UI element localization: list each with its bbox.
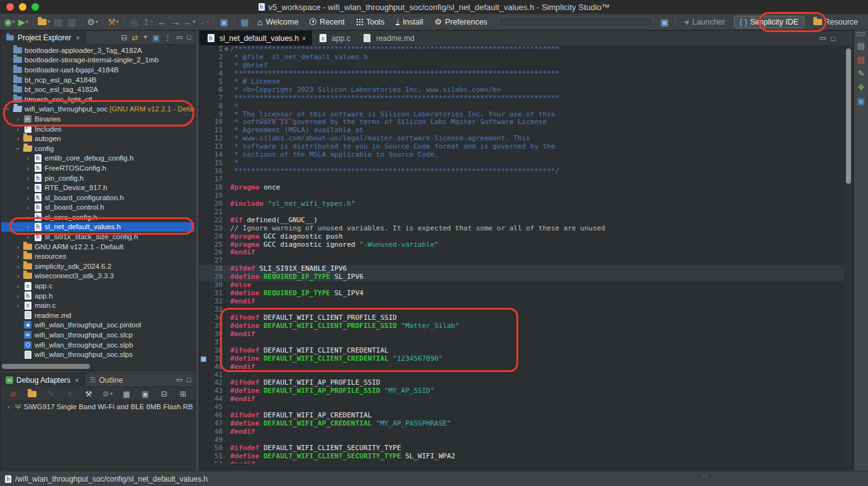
chevron-right-icon[interactable]: › bbox=[14, 243, 22, 251]
chevron-right-icon[interactable]: › bbox=[14, 302, 22, 309]
install-button[interactable]: ↓Install bbox=[390, 14, 429, 30]
tree-item-wifi-wlan-throughput-soc-slpb[interactable]: wifi_wlan_throughput_soc.slpb bbox=[1, 340, 194, 350]
vertical-scrollbar[interactable] bbox=[845, 46, 852, 463]
device-icon[interactable]: ▦ bbox=[238, 15, 251, 29]
table-view-icon[interactable]: ▦ bbox=[120, 387, 133, 401]
welcome-button[interactable]: ⌂Welcome bbox=[252, 14, 304, 30]
maximize-panel-icon[interactable]: □ bbox=[187, 34, 191, 41]
chevron-right-icon[interactable]: › bbox=[14, 252, 22, 260]
tree-item-gnu-arm-v12-2-1-default[interactable]: ›GNU ARM v12.2.1 - Default bbox=[1, 242, 194, 252]
console-icon[interactable]: ▣ bbox=[857, 97, 865, 105]
horizontal-scrollbar-thumb[interactable] bbox=[2, 364, 90, 369]
chevron-right-icon[interactable]: › bbox=[4, 403, 13, 410]
tree-item-sl-net-default-values-h[interactable]: ›hsl_net_default_values.h bbox=[1, 222, 194, 232]
chevron-right-icon[interactable]: › bbox=[14, 272, 22, 280]
chevron-right-icon[interactable]: › bbox=[14, 125, 22, 133]
tree-item-simplicity-sdk-2024-6-2[interactable]: ›simplicity_sdk_2024.6.2 bbox=[1, 261, 194, 271]
perspective-resource[interactable]: Resource bbox=[808, 16, 864, 28]
open-folder-icon[interactable] bbox=[26, 387, 38, 401]
maximize-panel-icon[interactable]: □ bbox=[187, 376, 191, 383]
chevron-right-icon[interactable]: › bbox=[14, 135, 22, 142]
perspective-launcher[interactable]: ➤Launcher bbox=[679, 16, 730, 28]
tree-item-sl-si91x-stack-size-config-h[interactable]: ›hsl_si91x_stack_size_config.h bbox=[1, 232, 194, 242]
minimize-editor-icon[interactable]: ▭ bbox=[820, 34, 826, 42]
chevron-right-icon[interactable]: › bbox=[14, 263, 22, 270]
tree-item-bt-ncp-esl-ap-4184b[interactable]: bt_ncp_esl_ap_4184B bbox=[1, 75, 194, 85]
close-tab-icon[interactable]: × bbox=[302, 35, 306, 42]
chevron-right-icon[interactable]: › bbox=[24, 213, 32, 221]
view-menu-icon[interactable]: ⋮ bbox=[164, 34, 172, 42]
run-icon[interactable]: ▶▾ bbox=[17, 15, 30, 29]
editor-tab-app-c[interactable]: capp.c bbox=[312, 31, 356, 45]
build-config-icon[interactable]: ⚙▾ bbox=[86, 15, 99, 29]
link-with-editor-icon[interactable]: ⇄ bbox=[132, 34, 138, 42]
network-analyzer-icon[interactable]: ❖ bbox=[857, 83, 865, 91]
code-area[interactable]: 1⊖/*************************************… bbox=[199, 45, 844, 463]
chevron-right-icon[interactable]: › bbox=[24, 154, 32, 162]
tree-item-bootloader-storage-internal-single-2-1mb[interactable]: bootloader-storage-internal-single_2_1mb bbox=[1, 55, 194, 65]
expand-icon[interactable]: ⊞ bbox=[177, 387, 189, 401]
vertical-scrollbar-thumb[interactable] bbox=[846, 48, 851, 184]
tab-debug-adapters[interactable]: Debug Adapters × bbox=[1, 373, 85, 387]
tree-item-bt-soc-esl-tag-4182a[interactable]: bt_soc_esl_tag_4182A bbox=[1, 84, 194, 94]
chevron-right-icon[interactable]: › bbox=[24, 194, 32, 201]
tree-item-btmesh-soc-light-ctl[interactable]: btmesh_soc_light_ctl bbox=[1, 94, 194, 105]
copy-view-icon[interactable]: ▣ bbox=[139, 387, 152, 401]
tree-item-main-c[interactable]: ›cmain.c bbox=[1, 300, 194, 310]
tab-outline[interactable]: ☰ Outline bbox=[85, 373, 128, 387]
tree-item-freertosconfig-h[interactable]: ›hFreeRTOSConfig.h bbox=[1, 163, 194, 173]
forward-history-icon[interactable]: → bbox=[169, 15, 182, 29]
last-edit-icon[interactable]: ←▾ bbox=[183, 15, 196, 29]
minimize-panel-icon[interactable]: ▭ bbox=[176, 34, 182, 41]
tree-item-autogen[interactable]: ›autogen bbox=[1, 133, 194, 144]
tree-item-emlib-core-debug-config-h[interactable]: ›hemlib_core_debug_config.h bbox=[1, 154, 194, 164]
si-view-icon[interactable]: ▣ bbox=[153, 34, 160, 42]
tree-item-resources[interactable]: ›resources bbox=[1, 251, 194, 261]
tree-item-wifi-wlan-throughput-soc[interactable]: ›wifi_wlan_throughput_soc[GNU ARM v12.2.… bbox=[1, 105, 194, 115]
drag-handle[interactable]: •••••••• bbox=[857, 31, 865, 36]
open-perspective-button[interactable]: ▣ bbox=[659, 15, 671, 29]
back-history-icon[interactable]: ← bbox=[155, 15, 168, 29]
chevron-right-icon[interactable]: › bbox=[24, 233, 32, 240]
chevron-right-icon[interactable]: › bbox=[24, 203, 32, 211]
tree-item-sl-core-config-h[interactable]: ›hsl_core_config.h bbox=[1, 212, 194, 222]
chevron-right-icon[interactable]: › bbox=[24, 164, 32, 172]
tree-item-readme-md[interactable]: readme.md bbox=[1, 310, 194, 320]
refresh-icon[interactable]: ↻ bbox=[0, 387, 1, 401]
tree-item-wiseconnect3-sdk-3-3-3[interactable]: ›wiseconnect3_sdk_3.3.3 bbox=[1, 271, 194, 281]
chevron-right-icon[interactable]: › bbox=[14, 282, 22, 290]
chevron-right-icon[interactable]: › bbox=[14, 292, 22, 300]
recent-button[interactable]: Recent bbox=[304, 14, 350, 30]
chevron-down-icon[interactable]: › bbox=[14, 144, 22, 152]
tree-item-wifi-wlan-throughput-soc-pintool[interactable]: wifi_wlan_throughput_soc.pintool bbox=[1, 320, 194, 331]
chevron-right-icon[interactable]: › bbox=[24, 223, 32, 230]
chevron-down-icon[interactable]: › bbox=[4, 105, 12, 113]
chevron-right-icon[interactable]: › bbox=[24, 174, 32, 182]
tree-item-app-c[interactable]: ›capp.c bbox=[1, 281, 194, 291]
close-icon[interactable]: × bbox=[75, 376, 79, 384]
tree-item-sl-board-configuration-h[interactable]: ›hsl_board_configuration.h bbox=[1, 193, 194, 203]
tree-item-pin-config-h[interactable]: ›hpin_config.h bbox=[1, 173, 194, 183]
minimize-panel-icon[interactable]: ▭ bbox=[176, 376, 182, 383]
collapse-icon[interactable]: ⊟ bbox=[158, 387, 170, 401]
fold-icon[interactable]: ⊖ bbox=[223, 45, 230, 54]
maximize-editor-icon[interactable]: □ bbox=[831, 35, 835, 42]
collapse-all-icon[interactable]: ⊟ bbox=[121, 34, 128, 42]
tree-item-config[interactable]: ›config bbox=[1, 144, 194, 154]
tree-item-sl-board-control-h[interactable]: ›hsl_board_control.h bbox=[1, 203, 194, 213]
tree-item-wifi-wlan-throughput-soc-slps[interactable]: wifi_wlan_throughput_soc.slps bbox=[1, 349, 194, 359]
tree-item-bootloader-uart-bgapi-4184b[interactable]: bootloader-uart-bgapi_4184B bbox=[1, 65, 194, 75]
commander-icon[interactable]: ▨ bbox=[857, 55, 865, 64]
tree-item-includes[interactable]: ›Includes bbox=[1, 124, 194, 134]
new-wizard-icon[interactable]: ▾ bbox=[38, 15, 50, 29]
filter-icon[interactable]: ▼ bbox=[143, 35, 148, 40]
chevron-right-icon[interactable]: › bbox=[24, 184, 32, 191]
print-icon[interactable]: ▤ bbox=[857, 42, 865, 50]
build-hammer-icon[interactable]: ⚒▾ bbox=[107, 15, 120, 29]
tools-icon[interactable]: ⚒ bbox=[82, 387, 95, 401]
preferences-button[interactable]: ⚙Preferences bbox=[429, 14, 493, 30]
tree-item-rte-device-917-h[interactable]: ›hRTE_Device_917.h bbox=[1, 183, 194, 193]
tree-item-binaries[interactable]: ›Binaries bbox=[1, 114, 194, 124]
disconnect-icon[interactable]: ⊘ bbox=[7, 387, 19, 401]
tree-item-app-h[interactable]: ›happ.h bbox=[1, 291, 194, 301]
